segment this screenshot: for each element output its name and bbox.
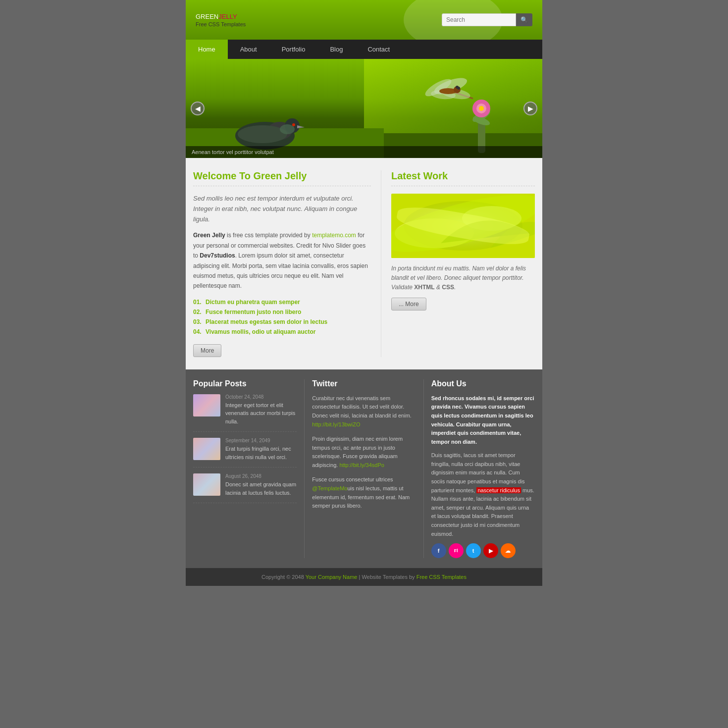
- list-item: 03. Placerat metus egestas sem dolor in …: [193, 317, 371, 327]
- dev7studios-brand: Dev7studios: [200, 252, 235, 259]
- tweet-item: Fusce cursus consectetur ultrices @Templ…: [312, 475, 416, 510]
- latest-work-title: Latest Work: [391, 170, 535, 186]
- twitter-section: Twitter Curabitur nec dui venenatis sem …: [305, 379, 423, 559]
- rss-icon[interactable]: ☁: [501, 543, 516, 558]
- tweet-text: Curabitur nec dui venenatis sem consecte…: [312, 395, 412, 418]
- svg-marker-5: [297, 125, 305, 128]
- post-thumbnail: [193, 394, 220, 416]
- about-strong: Sed rhoncus sodales mi, id semper orci g…: [431, 395, 534, 445]
- post-text: Integer eget tortor et elit venenatis au…: [225, 401, 297, 426]
- css-label: CSS: [442, 284, 454, 291]
- list-num: 04.: [193, 328, 202, 335]
- post-thumbnail: [193, 473, 220, 496]
- post-item: September 14, 2049 Erat turpis fringilla…: [193, 438, 297, 468]
- welcome-title: Welcome To Green Jelly: [193, 170, 371, 186]
- twitter-title: Twitter: [312, 379, 416, 388]
- green-jelly-brand: Green Jelly: [193, 232, 225, 239]
- post-date: August 26, 2048: [225, 473, 297, 479]
- main-nav: Home About Portfolio Blog Contact: [186, 40, 542, 59]
- about-text-1: Sed rhoncus sodales mi, id semper orci g…: [431, 394, 535, 447]
- tweet-text: Fusce cursus consectetur ultrices: [312, 476, 393, 482]
- about-us-title: About Us: [431, 379, 535, 388]
- slider-next-button[interactable]: ▶: [523, 102, 537, 115]
- xhtml-label: XHTML: [414, 284, 434, 291]
- nav-about[interactable]: About: [228, 40, 269, 59]
- latest-work-more-button[interactable]: ... More: [391, 298, 426, 311]
- logo-subtitle: Free CSS Templates: [196, 21, 246, 27]
- tweet-item: Proin dignissim, diam nec enim lorem tem…: [312, 435, 416, 469]
- svg-point-8: [280, 124, 295, 134]
- twitter-icon[interactable]: t: [466, 543, 481, 558]
- tweet-link[interactable]: http://bit.ly/34sdPo: [339, 462, 384, 468]
- nav-portfolio[interactable]: Portfolio: [269, 40, 318, 59]
- post-date: October 24, 2048: [225, 394, 297, 400]
- list-text: Placerat metus egestas sem dolor in lect…: [206, 318, 327, 325]
- templatemo-link[interactable]: templatemo.com: [312, 232, 356, 239]
- latest-work-image: [391, 194, 535, 258]
- social-icons: f Fl t ▶ ☁: [431, 543, 535, 558]
- list-num: 02.: [193, 309, 202, 315]
- svg-point-17: [456, 86, 459, 89]
- welcome-intro: Sed mollis leo nec est tempor interdum e…: [193, 194, 371, 224]
- post-item: August 26, 2048 Donec sit amet gravida q…: [193, 473, 297, 503]
- list-num: 03.: [193, 318, 202, 325]
- latest-work-section: Latest Work: [381, 170, 535, 357]
- svg-point-6: [292, 123, 295, 126]
- svg-point-25: [404, 201, 522, 251]
- post-text: Erat turpis fringilla orci, nec ultricie…: [225, 445, 297, 461]
- popular-posts-section: Popular Posts October 24, 2048 Integer e…: [193, 379, 305, 559]
- list-text: Fusce fermentum justo non libero: [206, 309, 301, 315]
- slider-prev-button[interactable]: ◀: [191, 102, 205, 115]
- list-item: 02. Fusce fermentum justo non libero: [193, 307, 371, 317]
- logo-green-text: GREEN: [196, 13, 218, 20]
- list-text: Vivamus mollis, odio ut aliquam auctor: [206, 328, 316, 335]
- flickr-icon[interactable]: Fl: [449, 543, 464, 558]
- youtube-icon[interactable]: ▶: [483, 543, 498, 558]
- logo-jelly-text: JELLY: [218, 13, 237, 20]
- slider-svg: [186, 59, 542, 158]
- footer-company-link[interactable]: Your Company Name: [306, 574, 358, 580]
- tweet-link[interactable]: http://bit.ly/13bwiZO: [312, 421, 360, 427]
- latest-work-svg: [391, 194, 535, 258]
- search-input[interactable]: [442, 13, 516, 26]
- latest-work-caption: In porta tincidunt mi eu mattis. Nam vel…: [391, 264, 535, 293]
- post-item: October 24, 2048 Integer eget tortor et …: [193, 394, 297, 432]
- list-num: 01.: [193, 299, 202, 306]
- highlighted-text: nascetur ridiculus: [476, 487, 521, 493]
- footer: Copyright © 2048 Your Company Name | Web…: [186, 568, 542, 586]
- post-content: September 14, 2049 Erat turpis fringilla…: [225, 438, 297, 461]
- nav-contact[interactable]: Contact: [355, 40, 402, 59]
- popular-posts-title: Popular Posts: [193, 379, 297, 388]
- nav-home[interactable]: Home: [186, 40, 228, 59]
- svg-point-27: [462, 206, 521, 231]
- post-content: October 24, 2048 Integer eget tortor et …: [225, 394, 297, 426]
- list-text: Dictum eu pharetra quam semper: [206, 299, 300, 306]
- svg-point-26: [395, 218, 474, 248]
- post-text: Donec sit amet gravida quam lacinia at l…: [225, 480, 297, 497]
- post-content: August 26, 2048 Donec sit amet gravida q…: [225, 473, 297, 497]
- footer-separator: | Website Templates by: [359, 574, 416, 580]
- footer-copyright: Copyright © 2048: [261, 574, 304, 580]
- list-item: 01. Dictum eu pharetra quam semper: [193, 297, 371, 307]
- slider-caption: Aenean tortor vel porttitor volutpat: [186, 146, 542, 158]
- welcome-more-button[interactable]: More: [193, 344, 221, 357]
- nav-blog[interactable]: Blog: [317, 40, 355, 59]
- welcome-section: Welcome To Green Jelly Sed mollis leo ne…: [193, 170, 381, 357]
- svg-point-7: [238, 125, 287, 143]
- tweet-at: @TemplateMo: [312, 485, 347, 491]
- about-text-2: Duis sagittis, lacus sit amet tempor fri…: [431, 451, 535, 538]
- welcome-body: Green Jelly is free css template provide…: [193, 230, 371, 291]
- facebook-icon[interactable]: f: [431, 543, 446, 558]
- svg-point-23: [479, 106, 484, 111]
- list-item: 04. Vivamus mollis, odio ut aliquam auct…: [193, 327, 371, 337]
- logo: GREENJELLY Free CSS Templates: [196, 13, 246, 27]
- feature-list: 01. Dictum eu pharetra quam semper 02. F…: [193, 297, 371, 337]
- footer-templates-link[interactable]: Free CSS Templates: [416, 574, 467, 580]
- about-us-section: About Us Sed rhoncus sodales mi, id semp…: [424, 379, 535, 559]
- image-slider: ◀ ▶ Aenean tortor vel porttitor volutpat: [186, 59, 542, 158]
- search-box: 🔍: [442, 13, 532, 26]
- search-button[interactable]: 🔍: [516, 13, 532, 26]
- post-thumbnail: [193, 438, 220, 460]
- tweet-item: Curabitur nec dui venenatis sem consecte…: [312, 394, 416, 429]
- post-date: September 14, 2049: [225, 438, 297, 443]
